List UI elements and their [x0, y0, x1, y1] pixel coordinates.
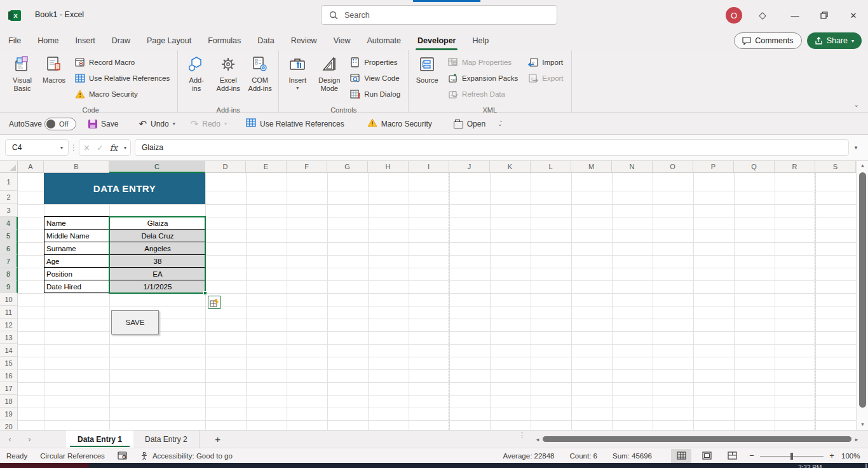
row-header-15[interactable]: 15	[0, 357, 18, 369]
row-header-8[interactable]: 8	[0, 268, 18, 280]
open-button[interactable]: Open	[449, 116, 490, 132]
field-value-cell[interactable]: Angeles	[110, 242, 206, 255]
row-header-4[interactable]: 4	[0, 217, 18, 230]
visual-basic-button[interactable]: VisualBasic	[6, 53, 38, 105]
status-average[interactable]: Average: 22848	[496, 452, 562, 460]
column-header-L[interactable]: L	[531, 161, 571, 173]
ribbon-tab-file[interactable]: File	[0, 31, 29, 50]
accessibility-status[interactable]: Accessibility: Good to go	[133, 448, 239, 464]
comments-button[interactable]: Comments	[734, 32, 801, 49]
row-header-7[interactable]: 7	[0, 255, 18, 268]
row-header-19[interactable]: 19	[0, 408, 18, 420]
ribbon-tab-automate[interactable]: Automate	[359, 31, 410, 50]
column-header-K[interactable]: K	[490, 161, 531, 173]
ribbon-tab-help[interactable]: Help	[464, 31, 497, 50]
circular-references-indicator[interactable]: Circular References	[34, 448, 111, 464]
vertical-scrollbar[interactable]: ▲ ▼	[856, 161, 868, 430]
use-relative-references-button[interactable]: Use Relative References	[72, 70, 172, 86]
zoom-out-button[interactable]: −	[747, 451, 756, 460]
search-input[interactable]: Search	[321, 5, 557, 25]
close-button[interactable]: ✕	[839, 0, 868, 31]
column-header-M[interactable]: M	[571, 161, 612, 173]
column-header-B[interactable]: B	[44, 161, 109, 173]
field-value-cell[interactable]: 38	[110, 255, 206, 268]
zoom-slider-thumb[interactable]	[790, 453, 793, 460]
field-value-cell[interactable]: EA	[110, 268, 206, 280]
field-label-cell[interactable]: Surname	[44, 242, 110, 255]
ribbon-tab-home[interactable]: Home	[29, 31, 67, 50]
confirm-entry-icon[interactable]: ✓	[97, 143, 104, 153]
premium-gem-icon[interactable]: ◇	[756, 10, 769, 21]
excel-add-ins-button[interactable]: ExcelAdd-ins	[212, 53, 244, 105]
column-header-D[interactable]: D	[205, 161, 246, 173]
macro-record-button[interactable]	[111, 448, 133, 464]
sheet-nav-next[interactable]: ›	[20, 430, 39, 448]
column-header-J[interactable]: J	[449, 161, 490, 173]
field-value-cell[interactable]: Glaiza	[110, 217, 206, 230]
sheet-nav-prev[interactable]: ‹	[0, 430, 20, 448]
ribbon-tab-insert[interactable]: Insert	[67, 31, 104, 50]
column-header-H[interactable]: H	[368, 161, 409, 173]
field-label-cell[interactable]: Middle Name	[44, 230, 110, 242]
zoom-in-button[interactable]: +	[827, 451, 836, 460]
row-header-14[interactable]: 14	[0, 344, 18, 357]
row-header-18[interactable]: 18	[0, 395, 18, 408]
field-value-cell[interactable]: Dela Cruz	[110, 230, 206, 242]
hscroll-right-arrow[interactable]: ▸	[853, 436, 860, 443]
save-button[interactable]: Save	[84, 116, 123, 132]
view-code-button[interactable]: View Code	[348, 70, 403, 86]
name-box[interactable]: C4 ▾	[5, 139, 69, 156]
select-all-corner[interactable]	[0, 161, 18, 173]
status-count[interactable]: Count: 6	[562, 452, 605, 460]
column-header-P[interactable]: P	[693, 161, 734, 173]
collapse-ribbon-chevron[interactable]: ⌄	[854, 101, 859, 108]
sheet-tab-data-entry-2[interactable]: Data Entry 2	[133, 430, 200, 448]
export-button[interactable]: oExport	[526, 70, 566, 86]
ribbon-tab-data[interactable]: Data	[249, 31, 282, 50]
redo-button[interactable]: ↷ Redo ▾	[186, 116, 231, 132]
insert-controls-button[interactable]: Insert▾	[281, 53, 313, 105]
column-header-F[interactable]: F	[287, 161, 327, 173]
row-header-6[interactable]: 6	[0, 242, 18, 255]
sheet-tab-data-entry-1[interactable]: Data Entry 1	[66, 430, 133, 448]
undo-dropdown-chevron[interactable]: ▾	[173, 121, 175, 127]
restore-button[interactable]	[810, 0, 839, 31]
row-header-20[interactable]: 20	[0, 420, 18, 430]
hscroll-thumb[interactable]	[543, 436, 851, 442]
row-header-10[interactable]: 10	[0, 293, 18, 306]
insert-function-button[interactable]: fx	[110, 143, 118, 153]
page-layout-view-button[interactable]	[696, 449, 717, 463]
row-header-1[interactable]: 1	[0, 173, 18, 191]
share-button[interactable]: Share ▾	[807, 32, 862, 49]
column-header-G[interactable]: G	[327, 161, 368, 173]
field-label-cell[interactable]: Name	[44, 217, 110, 230]
ribbon-tab-view[interactable]: View	[325, 31, 359, 50]
vscroll-down-arrow[interactable]: ▼	[857, 420, 868, 430]
add-ins-button[interactable]: Add-ins	[180, 53, 212, 105]
qat-overflow-chevron[interactable]: ⌄̄	[498, 121, 503, 127]
row-header-11[interactable]: 11	[0, 306, 18, 319]
column-header-O[interactable]: O	[653, 161, 693, 173]
fill-handle[interactable]	[203, 291, 207, 295]
source-button[interactable]: Source	[411, 53, 443, 105]
expansion-packs-button[interactable]: <o>Expansion Packs	[445, 70, 520, 86]
status-sum[interactable]: Sum: 45696	[605, 452, 660, 460]
excel-app-icon[interactable]: x	[10, 10, 21, 21]
refresh-data-button[interactable]: <o>Refresh Data	[445, 86, 520, 102]
normal-view-button[interactable]	[671, 449, 691, 463]
com-add-ins-button[interactable]: COMAdd-ins	[244, 53, 276, 105]
properties-button[interactable]: Properties	[348, 54, 403, 70]
vscroll-up-arrow[interactable]: ▲	[857, 161, 868, 171]
vscroll-thumb[interactable]	[859, 172, 866, 408]
column-header-C[interactable]: C	[109, 161, 205, 173]
import-button[interactable]: oImport	[526, 54, 566, 70]
field-label-cell[interactable]: Position	[44, 268, 110, 280]
column-header-I[interactable]: I	[409, 161, 449, 173]
new-sheet-button[interactable]: +	[200, 430, 236, 448]
expand-formula-bar-chevron[interactable]: ▾	[849, 144, 863, 151]
run-dialog-button[interactable]: Run Dialog	[348, 86, 403, 102]
row-header-5[interactable]: 5	[0, 230, 18, 242]
field-label-cell[interactable]: Age	[44, 255, 110, 268]
row-header-12[interactable]: 12	[0, 319, 18, 331]
row-header-16[interactable]: 16	[0, 369, 18, 382]
